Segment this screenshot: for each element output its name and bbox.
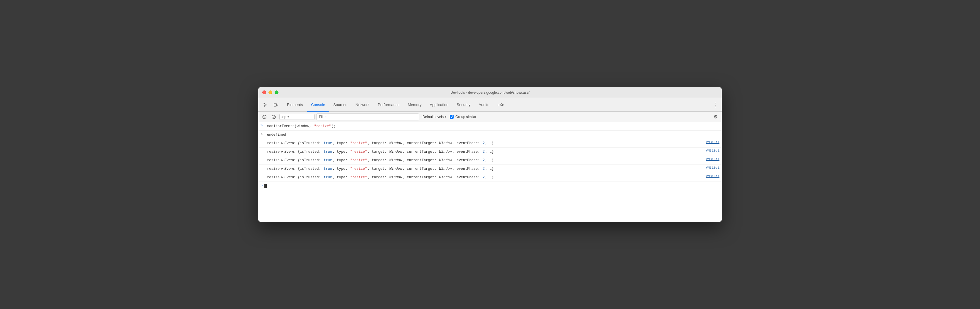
- window1: Window: [389, 175, 402, 180]
- event-phase: 2: [483, 140, 485, 146]
- resize-str: "resize": [350, 175, 367, 180]
- group-similar-checkbox[interactable]: [450, 115, 453, 118]
- window-title: DevTools - developers.google.com/web/sho…: [450, 90, 529, 94]
- tab-audits[interactable]: Audits: [474, 98, 493, 112]
- comma4: , eventPhase:: [452, 175, 482, 180]
- comma3: , currentTarget:: [402, 175, 438, 180]
- comma2: , target:: [368, 175, 389, 180]
- console-output: > monitorEvents(window, "resize"); < und…: [258, 122, 722, 222]
- tab-console[interactable]: Console: [307, 98, 329, 112]
- tab-sources[interactable]: Sources: [329, 98, 352, 112]
- comma3: , currentTarget:: [402, 157, 438, 163]
- comma3: , currentTarget:: [402, 166, 438, 172]
- event-label: resize: [267, 157, 280, 163]
- window2: Window: [439, 140, 452, 146]
- device-icon[interactable]: [271, 100, 280, 110]
- window1: Window: [389, 157, 402, 163]
- expand-triangle[interactable]: ▶: [282, 157, 283, 163]
- maximize-button[interactable]: [275, 90, 278, 94]
- more-tabs-button[interactable]: ⋮: [710, 98, 722, 111]
- cursor-icon[interactable]: [261, 100, 270, 110]
- comma2: , target:: [368, 157, 389, 163]
- window1: Window: [389, 166, 402, 172]
- code-string: "resize": [314, 123, 331, 129]
- console-input-content: monitorEvents(window, "resize");: [267, 123, 719, 129]
- undefined-text: undefined: [267, 132, 286, 138]
- tab-application[interactable]: Application: [426, 98, 453, 112]
- source-link[interactable]: VM310:1: [700, 175, 719, 178]
- tab-memory[interactable]: Memory: [404, 98, 426, 112]
- source-link[interactable]: VM310:1: [700, 140, 719, 144]
- source-link[interactable]: VM310:1: [700, 149, 719, 152]
- comma1: , type:: [333, 140, 350, 146]
- chevron-down-icon: ▾: [445, 115, 446, 118]
- comma2: , target:: [368, 166, 389, 172]
- context-selector[interactable]: top ▾: [279, 114, 315, 120]
- table-row: resize ▶ Event {isTrusted: true, type: "…: [258, 156, 722, 165]
- event-row-content: resize ▶ Event {isTrusted: true, type: "…: [267, 149, 700, 155]
- console-toolbar: top ▾ Default levels ▾ Group similar ⚙: [258, 112, 722, 122]
- comma1: , type:: [333, 157, 350, 163]
- console-output-content: undefined: [267, 132, 719, 138]
- event-phase: 2: [483, 175, 485, 180]
- true-val: true: [324, 149, 332, 155]
- svg-rect-0: [274, 103, 277, 106]
- event-open: {isTrusted:: [296, 140, 323, 146]
- event-end: , …}: [485, 140, 494, 146]
- resize-str: "resize": [350, 149, 367, 155]
- expand-triangle[interactable]: ▶: [282, 175, 283, 180]
- tab-network[interactable]: Network: [352, 98, 374, 112]
- console-output-undefined: < undefined: [258, 131, 722, 139]
- event-open: {isTrusted:: [296, 166, 323, 172]
- true-val: true: [324, 157, 332, 163]
- expand-triangle[interactable]: ▶: [282, 149, 283, 155]
- clear-console-button[interactable]: [261, 113, 268, 121]
- minimize-button[interactable]: [269, 90, 272, 94]
- window2: Window: [439, 166, 452, 172]
- event-row-content: resize ▶ Event {isTrusted: true, type: "…: [267, 140, 700, 146]
- console-output-prefix: <: [261, 132, 267, 136]
- resize-str: "resize": [350, 157, 367, 163]
- event-label: resize: [267, 149, 280, 155]
- source-link[interactable]: VM310:1: [700, 157, 719, 161]
- table-row: resize ▶ Event {isTrusted: true, type: "…: [258, 139, 722, 148]
- event-type: Event: [284, 140, 295, 146]
- tab-elements[interactable]: Elements: [283, 98, 307, 112]
- settings-gear-icon[interactable]: ⚙: [712, 113, 719, 121]
- group-similar-checkbox-group: Group similar: [450, 115, 476, 119]
- comma4: , eventPhase:: [452, 149, 482, 155]
- event-open: {isTrusted:: [296, 175, 323, 180]
- comma3: , currentTarget:: [402, 149, 438, 155]
- log-levels-selector[interactable]: Default levels ▾: [421, 114, 448, 120]
- chevron-down-icon: ▾: [288, 115, 289, 118]
- console-prompt-row[interactable]: >: [258, 182, 722, 190]
- tab-security[interactable]: Security: [452, 98, 474, 112]
- svg-line-3: [263, 116, 266, 118]
- expand-triangle[interactable]: ▶: [282, 166, 283, 172]
- event-row-content: resize ▶ Event {isTrusted: true, type: "…: [267, 175, 700, 180]
- svg-rect-1: [277, 104, 278, 106]
- comma2: , target:: [368, 140, 389, 146]
- true-val: true: [324, 140, 332, 146]
- block-icon[interactable]: [270, 113, 278, 121]
- event-open: {isTrusted:: [296, 157, 323, 163]
- expand-triangle[interactable]: ▶: [282, 140, 283, 146]
- devtools-icon-buttons: [261, 98, 280, 111]
- event-label: resize: [267, 166, 280, 172]
- console-input-prefix: >: [261, 123, 267, 128]
- close-button[interactable]: [262, 90, 266, 94]
- tab-performance[interactable]: Performance: [374, 98, 403, 112]
- event-end: , …}: [485, 175, 494, 180]
- comma4: , eventPhase:: [452, 166, 482, 172]
- event-end: , …}: [485, 157, 494, 163]
- source-link[interactable]: VM310:1: [700, 166, 719, 170]
- row-indent: [261, 175, 267, 175]
- window2: Window: [439, 175, 452, 180]
- event-phase: 2: [483, 149, 485, 155]
- console-cursor: [264, 184, 267, 188]
- table-row: resize ▶ Event {isTrusted: true, type: "…: [258, 173, 722, 182]
- tab-axe[interactable]: aXe: [493, 98, 508, 112]
- filter-input[interactable]: [316, 114, 419, 120]
- row-indent: [261, 149, 267, 149]
- event-phase: 2: [483, 166, 485, 172]
